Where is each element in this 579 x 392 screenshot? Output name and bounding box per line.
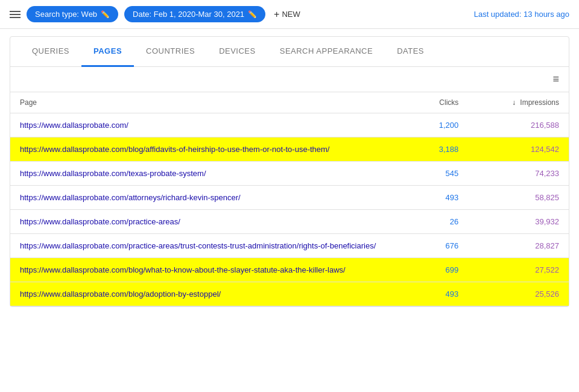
page-link[interactable]: https://www.dallasprobate.com/practice-a… bbox=[20, 241, 376, 250]
clicks-cell: 676 bbox=[390, 234, 469, 258]
filter-icon[interactable]: ≡ bbox=[552, 73, 559, 86]
impressions-cell: 74,233 bbox=[468, 162, 569, 186]
table-row: https://www.dallasprobate.com/texas-prob… bbox=[10, 162, 569, 186]
col-header-impressions[interactable]: ↓ Impressions bbox=[468, 92, 569, 113]
page-link[interactable]: https://www.dallasprobate.com/ bbox=[20, 121, 128, 130]
clicks-cell: 3,188 bbox=[390, 138, 469, 162]
col-header-page: Page bbox=[10, 92, 390, 113]
main-card: QUERIESPAGESCOUNTRIESDEVICESSEARCH APPEA… bbox=[10, 36, 569, 307]
impressions-cell: 28,827 bbox=[468, 234, 569, 258]
search-type-label: Search type: Web bbox=[35, 10, 97, 19]
sort-arrow-icon: ↓ bbox=[512, 98, 516, 107]
filter-bar: ≡ bbox=[10, 67, 569, 92]
page-link[interactable]: https://www.dallasprobate.com/blog/affid… bbox=[20, 145, 329, 154]
tab-dates[interactable]: DATES bbox=[385, 37, 436, 67]
col-header-clicks[interactable]: Clicks bbox=[390, 92, 469, 113]
tab-pages[interactable]: PAGES bbox=[81, 37, 134, 67]
clicks-cell: 493 bbox=[390, 186, 469, 210]
clicks-cell: 699 bbox=[390, 258, 469, 282]
last-updated: Last updated: 13 hours ago bbox=[474, 10, 569, 19]
pages-table: Page Clicks ↓ Impressions https://www.da… bbox=[10, 92, 569, 306]
impressions-cell: 39,932 bbox=[468, 210, 569, 234]
page-link[interactable]: https://www.dallasprobate.com/blog/what-… bbox=[20, 265, 346, 274]
tab-countries[interactable]: COUNTRIES bbox=[134, 37, 207, 67]
clicks-cell: 545 bbox=[390, 162, 469, 186]
page-url-cell[interactable]: https://www.dallasprobate.com/blog/affid… bbox=[10, 138, 390, 162]
edit-icon-date: ✏️ bbox=[248, 10, 257, 19]
table-row: https://www.dallasprobate.com/blog/what-… bbox=[10, 258, 569, 282]
table-row: https://www.dallasprobate.com/practice-a… bbox=[10, 234, 569, 258]
page-url-cell[interactable]: https://www.dallasprobate.com/practice-a… bbox=[10, 210, 390, 234]
impressions-cell: 25,526 bbox=[468, 282, 569, 306]
topbar: Search type: Web ✏️ Date: Feb 1, 2020-Ma… bbox=[0, 0, 579, 29]
tab-queries[interactable]: QUERIES bbox=[20, 37, 81, 67]
tab-search_appearance[interactable]: SEARCH APPEARANCE bbox=[268, 37, 385, 67]
page-link[interactable]: https://www.dallasprobate.com/blog/adopt… bbox=[20, 289, 221, 299]
tab-devices[interactable]: DEVICES bbox=[207, 37, 268, 67]
clicks-cell: 493 bbox=[390, 282, 469, 306]
search-type-button[interactable]: Search type: Web ✏️ bbox=[27, 6, 118, 22]
table-row: https://www.dallasprobate.com/blog/adopt… bbox=[10, 282, 569, 306]
menu-icon[interactable] bbox=[10, 11, 21, 18]
impressions-cell: 58,825 bbox=[468, 186, 569, 210]
impressions-cell: 216,588 bbox=[468, 113, 569, 138]
impressions-cell: 27,522 bbox=[468, 258, 569, 282]
page-link[interactable]: https://www.dallasprobate.com/texas-prob… bbox=[20, 169, 206, 178]
page-link[interactable]: https://www.dallasprobate.com/attorneys/… bbox=[20, 193, 241, 202]
plus-icon: + bbox=[274, 9, 279, 20]
page-url-cell[interactable]: https://www.dallasprobate.com/blog/adopt… bbox=[10, 282, 390, 306]
page-link[interactable]: https://www.dallasprobate.com/practice-a… bbox=[20, 217, 180, 226]
new-button[interactable]: + NEW bbox=[274, 9, 300, 20]
page-url-cell[interactable]: https://www.dallasprobate.com/attorneys/… bbox=[10, 186, 390, 210]
clicks-cell: 26 bbox=[390, 210, 469, 234]
date-button[interactable]: Date: Feb 1, 2020-Mar 30, 2021 ✏️ bbox=[124, 6, 265, 22]
edit-icon: ✏️ bbox=[101, 10, 110, 19]
tab-bar: QUERIESPAGESCOUNTRIESDEVICESSEARCH APPEA… bbox=[10, 37, 569, 67]
new-label: NEW bbox=[282, 10, 300, 19]
impressions-cell: 124,542 bbox=[468, 138, 569, 162]
table-row: https://www.dallasprobate.com/1,200216,5… bbox=[10, 113, 569, 138]
clicks-cell: 1,200 bbox=[390, 113, 469, 138]
page-url-cell[interactable]: https://www.dallasprobate.com/blog/what-… bbox=[10, 258, 390, 282]
page-url-cell[interactable]: https://www.dallasprobate.com/practice-a… bbox=[10, 234, 390, 258]
page-url-cell[interactable]: https://www.dallasprobate.com/texas-prob… bbox=[10, 162, 390, 186]
page-url-cell[interactable]: https://www.dallasprobate.com/ bbox=[10, 113, 390, 138]
table-row: https://www.dallasprobate.com/blog/affid… bbox=[10, 138, 569, 162]
table-row: https://www.dallasprobate.com/practice-a… bbox=[10, 210, 569, 234]
table-row: https://www.dallasprobate.com/attorneys/… bbox=[10, 186, 569, 210]
date-label: Date: Feb 1, 2020-Mar 30, 2021 bbox=[133, 10, 244, 19]
